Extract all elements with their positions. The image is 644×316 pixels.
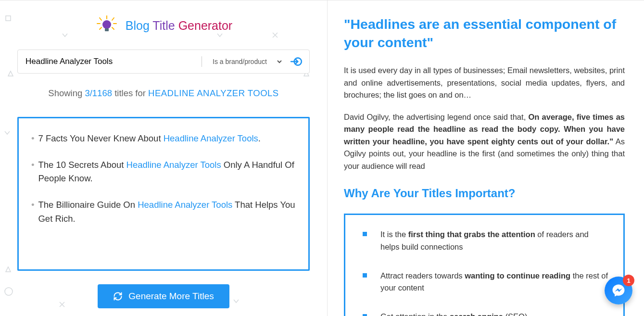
messenger-icon bbox=[611, 283, 626, 298]
square-bullet-icon bbox=[363, 232, 367, 236]
article-panel: "Headlines are an essential component of… bbox=[327, 0, 644, 316]
svg-marker-1 bbox=[8, 71, 13, 76]
keyword-input[interactable] bbox=[18, 57, 202, 66]
input-row: Is a brand/product bbox=[17, 50, 310, 74]
logo-text: Blog Title Generator bbox=[126, 19, 232, 33]
submit-button[interactable] bbox=[283, 55, 309, 68]
bullet-icon: • bbox=[31, 158, 34, 186]
list-item: Attract readers towards wanting to conti… bbox=[363, 270, 609, 294]
title-item: • 7 Facts You Never Knew About Headline … bbox=[28, 132, 299, 146]
importance-list: It is the first thing that grabs the att… bbox=[344, 214, 625, 316]
messenger-button[interactable]: 1 bbox=[605, 277, 632, 304]
square-bullet-icon bbox=[363, 314, 367, 316]
svg-point-13 bbox=[102, 20, 111, 29]
svg-line-12 bbox=[112, 27, 114, 29]
intro-para: It is used every day in all types of bus… bbox=[344, 64, 625, 101]
logo: Blog Title Generator bbox=[17, 15, 310, 36]
title-item: • The Billionaire Guide On Headline Anal… bbox=[28, 198, 299, 226]
refresh-icon bbox=[113, 291, 123, 301]
bullet-icon: • bbox=[31, 132, 34, 146]
svg-line-8 bbox=[112, 18, 114, 20]
list-item: Get attention in the search engine (SEO) bbox=[363, 311, 609, 316]
svg-line-7 bbox=[100, 18, 101, 20]
ogilvy-para: David Ogilvy, the advertising legend onc… bbox=[344, 111, 625, 173]
square-bullet-icon bbox=[363, 273, 367, 278]
bullet-icon: • bbox=[31, 198, 34, 226]
list-item: It is the first thing that grabs the att… bbox=[363, 228, 609, 253]
svg-marker-3 bbox=[6, 267, 11, 272]
results-box: • 7 Facts You Never Knew About Headline … bbox=[17, 117, 310, 271]
title-item: • The 10 Secrets About Headline Analyzer… bbox=[28, 158, 299, 186]
bulb-icon bbox=[95, 15, 119, 36]
generator-panel: Blog Title Generator Is a brand/product … bbox=[0, 0, 327, 316]
sub-heading: Why Are Your Titles Important? bbox=[344, 187, 625, 200]
status-line: Showing 3/1168 titles for HEADLINE ANALY… bbox=[17, 88, 310, 99]
svg-line-11 bbox=[100, 27, 101, 29]
generate-button[interactable]: Generate More Titles bbox=[98, 284, 229, 308]
headline-quote: "Headlines are an essential component of… bbox=[344, 15, 625, 52]
notification-badge: 1 bbox=[623, 275, 634, 286]
type-select[interactable]: Is a brand/product bbox=[202, 57, 283, 66]
svg-point-4 bbox=[5, 288, 13, 295]
svg-rect-14 bbox=[105, 28, 109, 31]
svg-rect-0 bbox=[6, 16, 11, 21]
